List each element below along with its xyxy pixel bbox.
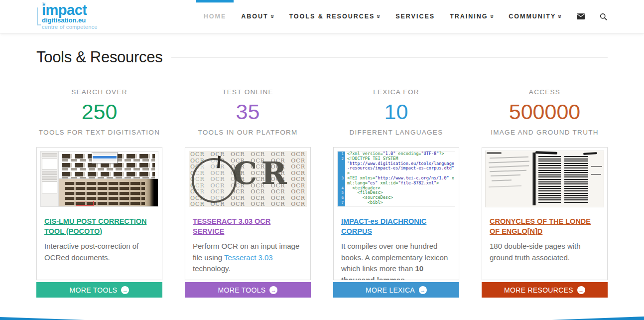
double-chevron-down-icon (489, 15, 496, 18)
ocr-big-letters: CR (233, 158, 291, 189)
arrow-circle-right-icon (269, 286, 277, 294)
stat-top-label: TEST ONLINE (185, 88, 311, 96)
logo-domain: digitisation.eu (42, 17, 98, 24)
line-number: 1 (338, 152, 345, 157)
card-body: CRONYCLES OF THE LONDE OF ENGLO[N]D 180 … (482, 210, 607, 280)
magnifier-handle (217, 156, 221, 168)
handwriting-line (491, 174, 520, 176)
ocr-word-row (62, 172, 155, 176)
highlight-box (76, 201, 94, 206)
card-title-link[interactable]: CIS-LMU POST CORRECTION TOOL (POCOTO) (44, 217, 154, 236)
margin-note-line (591, 174, 601, 175)
cards-row: CIS-LMU POST CORRECTION TOOL (POCOTO) In… (36, 147, 644, 298)
stat-top-label: SEARCH OVER (36, 88, 162, 96)
line-number: 6 (338, 195, 345, 200)
menu-option (93, 159, 117, 161)
stat-bottom-label: TOOLS IN OUR PLATFORM (185, 129, 311, 136)
card-body: TESSERACT 3.03 OCR SERVICE Perform OCR o… (185, 210, 310, 280)
arrow-circle-right-icon (577, 286, 585, 294)
stat-top-label: LEXICA FOR (333, 88, 459, 96)
more-tools-button[interactable]: MORE TOOLS (185, 282, 311, 298)
arrow-circle-right-icon (121, 286, 129, 294)
stat-bottom-label: DIFFERENT LANGUAGES (333, 129, 459, 136)
stat-number: 250 (36, 101, 162, 123)
printed-text-column (538, 156, 561, 203)
impact-logo[interactable]: ✳ impact digitisation.eu centre of compe… (37, 3, 98, 30)
main-nav: HOME ABOUT TOOLS & RESOURCES SERVICES TR… (204, 0, 607, 33)
printed-text-column (564, 156, 588, 203)
site-header: ✳ impact digitisation.eu centre of compe… (0, 0, 644, 33)
tei-xml-code: 1<?xml version="1.0" encoding="UTF-8"?>2… (337, 151, 455, 207)
nav-item-about[interactable]: ABOUT (241, 0, 274, 33)
book-scan (486, 151, 604, 207)
line-number: 7 (338, 200, 345, 205)
page-title: Tools & Resources (36, 48, 162, 66)
scan-text-line (65, 197, 145, 200)
ocr-caption-row (62, 168, 155, 170)
button-label: MORE LEXICA (366, 286, 415, 294)
scan-text-line (65, 182, 145, 185)
footer-wedge-right (552, 317, 644, 320)
stat-tools: SEARCH OVER 250 TOOLS FOR TEXT DIGITISAT… (36, 88, 162, 136)
line-number: 2 (338, 157, 345, 176)
nav-label-about: ABOUT (241, 13, 268, 20)
card-title-link[interactable]: IMPACT-es DIACHRONIC CORPUS (341, 217, 451, 236)
nav-item-home[interactable]: HOME (204, 0, 227, 33)
pocoto-sidebar (41, 152, 59, 206)
arrow-circle-right-icon (419, 286, 427, 294)
nav-label-tools-resources: TOOLS & RESOURCES (289, 13, 375, 20)
ui-block (42, 153, 57, 157)
more-tools-button[interactable]: MORE TOOLS (36, 282, 162, 298)
stat-bottom-label: TOOLS FOR TEXT DIGITISATION (36, 129, 162, 136)
stat-bottom-label: IMAGE AND GROUND TRUTH (482, 129, 608, 136)
line-number: 4 (338, 186, 345, 191)
double-chevron-down-icon (557, 15, 564, 18)
pocoto-main (59, 152, 158, 206)
handwriting-line (492, 179, 512, 181)
button-label: MORE RESOURCES (504, 286, 573, 294)
card-description: Interactive post-correction of OCRed doc… (44, 241, 154, 263)
more-resources-button[interactable]: MORE RESOURCES (482, 282, 608, 298)
nav-item-community[interactable]: COMMUNITY (509, 0, 562, 33)
stat-number: 10 (333, 101, 459, 123)
ui-block (42, 171, 57, 175)
description-text: . (405, 276, 407, 280)
pocoto-screenshot (40, 151, 158, 207)
card-cronycles: CRONYCLES OF THE LONDE OF ENGLO[N]D 180 … (482, 147, 608, 298)
more-lexica-button[interactable]: MORE LEXICA (333, 282, 459, 298)
pocoto-token-panel (59, 152, 158, 179)
scan-shadow-edge (149, 179, 158, 206)
nav-item-training[interactable]: TRAINING (450, 0, 494, 33)
xml-code-line: 7 <bibl> (338, 200, 455, 205)
footer-wedge-left (0, 317, 85, 320)
card-title-link[interactable]: TESSERACT 3.03 OCR SERVICE (193, 217, 303, 236)
card-frame: 1<?xml version="1.0" encoding="UTF-8"?>2… (333, 147, 459, 280)
ink-smudge (535, 151, 557, 155)
card-description: Perform OCR on an input image file using… (193, 241, 303, 275)
stat-lexica: LEXICA FOR 10 DIFFERENT LANGUAGES (333, 88, 459, 136)
stat-platform: TEST ONLINE 35 TOOLS IN OUR PLATFORM (185, 88, 311, 136)
ui-block (42, 176, 57, 180)
title-row: Tools & Resources (36, 48, 608, 66)
tesseract-inline-link[interactable]: Tesseract 3.03 (224, 253, 273, 262)
logo-bracket-shape (37, 7, 41, 25)
logo-tagline: centre of competence (42, 24, 98, 30)
code-text: <bibl> (345, 200, 455, 205)
card-body: IMPACT-es DIACHRONIC CORPUS It compiles … (334, 210, 459, 280)
handwriting-line (490, 157, 528, 159)
handwriting-line (489, 185, 521, 187)
menu-option (93, 153, 117, 156)
nav-item-services[interactable]: SERVICES (395, 0, 435, 33)
button-label: MORE TOOLS (70, 286, 118, 294)
logo-name: impact (42, 3, 98, 17)
ocr-magnifier-graphic: OCR OCR OCR OCR OCR OCR OCR OCR OCR OCR … (189, 151, 307, 207)
card-title-link[interactable]: CRONYCLES OF THE LONDE OF ENGLO[N]D (490, 217, 600, 236)
stat-top-label: ACCESS (482, 88, 608, 96)
magnifier-icon (192, 158, 237, 203)
title-divider (171, 57, 608, 58)
starburst-icon: ✳ (41, 1, 46, 7)
nav-item-tools-resources[interactable]: TOOLS & RESOURCES (289, 0, 381, 33)
search-icon[interactable] (600, 13, 607, 20)
mail-icon[interactable] (577, 13, 585, 19)
handwriting-line (490, 170, 526, 172)
